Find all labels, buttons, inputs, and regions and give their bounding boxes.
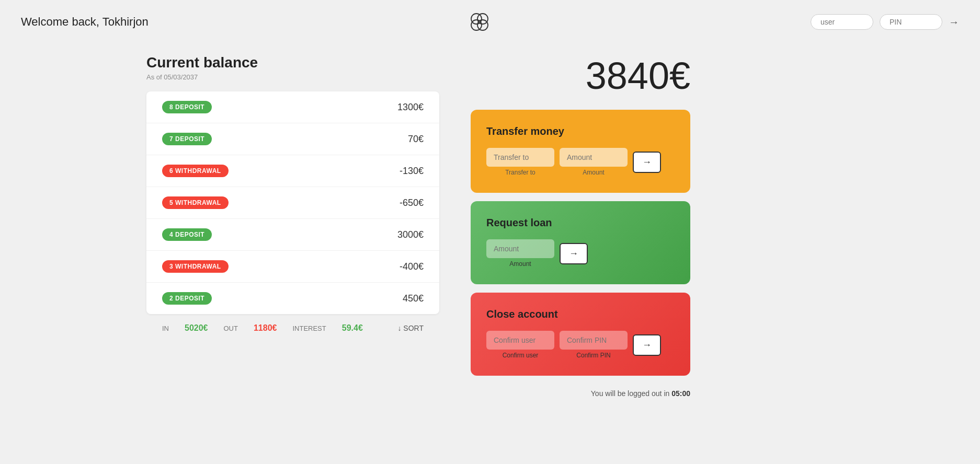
- transactions-wrapper: 8 DEPOSIT1300€7 DEPOSIT70€6 WITHDRAWAL-1…: [146, 91, 439, 314]
- transaction-amount: -130€: [400, 166, 424, 177]
- loan-amount-input[interactable]: [486, 239, 554, 258]
- transaction-badge: 8 DEPOSIT: [162, 101, 212, 113]
- transfer-to-input[interactable]: [486, 148, 554, 167]
- transaction-amount: 70€: [408, 134, 424, 145]
- auth-arrow-icon[interactable]: →: [949, 16, 959, 28]
- out-value: 1180€: [254, 323, 277, 333]
- summary-bar: IN 5020€ OUT 1180€ INTEREST 59.4€ ↓ SORT: [146, 314, 439, 342]
- svg-point-3: [477, 20, 488, 30]
- logout-time: 05:00: [671, 389, 690, 398]
- loan-amount-label: Amount: [509, 260, 531, 268]
- transaction-amount: 3000€: [397, 229, 424, 240]
- logo: [467, 9, 492, 34]
- balance-amount: 3840€: [471, 54, 690, 97]
- transaction-badge: 4 DEPOSIT: [162, 228, 212, 241]
- close-account-card: Close account Confirm user Confirm PIN →: [471, 293, 690, 376]
- interest-value: 59.4€: [342, 323, 363, 333]
- main-content: Current balance As of 05/03/2037 8 DEPOS…: [0, 44, 980, 413]
- header: Welcome back, Tokhirjon →: [0, 0, 980, 44]
- transactions-scroll[interactable]: 8 DEPOSIT1300€7 DEPOSIT70€6 WITHDRAWAL-1…: [146, 91, 439, 314]
- in-value: 5020€: [185, 323, 208, 333]
- auth-section: →: [811, 14, 959, 30]
- transaction-row: 4 DEPOSIT3000€: [146, 219, 439, 251]
- transactions-list: 8 DEPOSIT1300€7 DEPOSIT70€6 WITHDRAWAL-1…: [146, 91, 439, 314]
- transaction-row: 6 WITHDRAWAL-130€: [146, 155, 439, 187]
- svg-point-0: [471, 14, 482, 24]
- transfer-to-label: Transfer to: [505, 169, 535, 176]
- sort-button[interactable]: ↓ SORT: [397, 324, 424, 332]
- in-label: IN: [162, 324, 169, 332]
- svg-point-1: [477, 14, 488, 24]
- svg-point-2: [471, 20, 482, 30]
- loan-submit-button[interactable]: →: [560, 243, 588, 264]
- transfer-inputs: Transfer to Amount →: [486, 148, 675, 176]
- confirm-user-input[interactable]: [486, 331, 554, 350]
- close-account-submit-button[interactable]: →: [633, 334, 661, 356]
- confirm-user-group: Confirm user: [486, 331, 554, 359]
- loan-inputs: Amount →: [486, 239, 675, 268]
- transaction-row: 2 DEPOSIT450€: [146, 283, 439, 314]
- left-panel: Current balance As of 05/03/2037 8 DEPOS…: [146, 54, 439, 342]
- loan-title: Request loan: [486, 217, 675, 229]
- transaction-amount: -400€: [400, 261, 424, 272]
- close-account-inputs: Confirm user Confirm PIN →: [486, 331, 675, 359]
- loan-amount-group: Amount: [486, 239, 554, 268]
- transfer-amount-input[interactable]: [560, 148, 628, 167]
- confirm-pin-label: Confirm PIN: [576, 352, 610, 359]
- balance-date: As of 05/03/2037: [146, 73, 439, 81]
- transaction-row: 7 DEPOSIT70€: [146, 123, 439, 155]
- transaction-amount: 450€: [403, 293, 424, 304]
- transfer-to-group: Transfer to: [486, 148, 554, 176]
- transaction-row: 5 WITHDRAWAL-650€: [146, 187, 439, 219]
- out-label: OUT: [224, 324, 238, 332]
- transaction-badge: 6 WITHDRAWAL: [162, 165, 229, 177]
- transfer-submit-button[interactable]: →: [633, 152, 661, 173]
- close-account-title: Close account: [486, 308, 675, 320]
- transfer-title: Transfer money: [486, 125, 675, 137]
- pin-input[interactable]: [880, 14, 942, 30]
- transaction-row: 3 WITHDRAWAL-400€: [146, 251, 439, 283]
- right-panel: 3840€ Transfer money Transfer to Amount …: [471, 54, 690, 403]
- loan-card: Request loan Amount →: [471, 201, 690, 284]
- confirm-pin-group: Confirm PIN: [560, 331, 628, 359]
- confirm-pin-input[interactable]: [560, 331, 628, 350]
- logout-notice: You will be logged out in 05:00: [471, 384, 690, 403]
- transaction-badge: 3 WITHDRAWAL: [162, 260, 229, 273]
- transaction-row: 8 DEPOSIT1300€: [146, 91, 439, 123]
- transfer-amount-label: Amount: [583, 169, 604, 176]
- interest-label: INTEREST: [292, 324, 326, 332]
- user-input[interactable]: [811, 14, 873, 30]
- balance-title: Current balance: [146, 54, 439, 71]
- transaction-amount: 1300€: [397, 102, 424, 113]
- transfer-card: Transfer money Transfer to Amount →: [471, 110, 690, 193]
- transaction-badge: 7 DEPOSIT: [162, 133, 212, 145]
- transaction-badge: 5 WITHDRAWAL: [162, 196, 229, 209]
- transaction-badge: 2 DEPOSIT: [162, 292, 212, 305]
- welcome-text: Welcome back, Tokhirjon: [21, 15, 149, 29]
- confirm-user-label: Confirm user: [503, 352, 539, 359]
- transfer-amount-group: Amount: [560, 148, 628, 176]
- transaction-amount: -650€: [400, 198, 424, 208]
- logout-message: You will be logged out in: [591, 389, 670, 398]
